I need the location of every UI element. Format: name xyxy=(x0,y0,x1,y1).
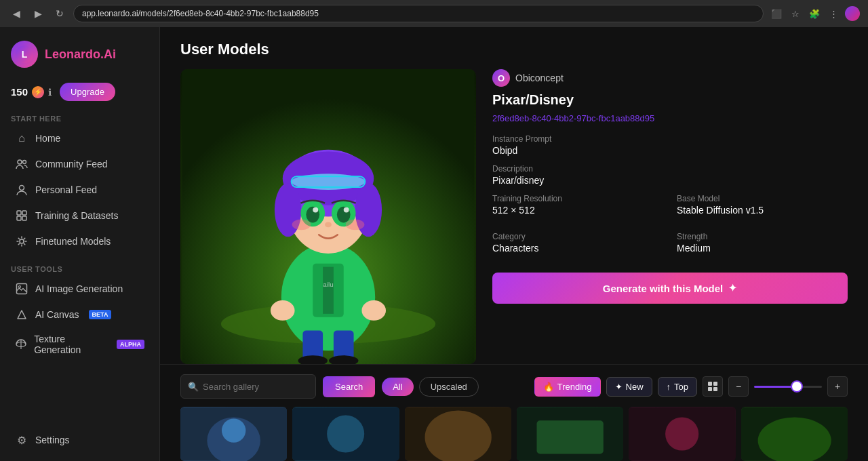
instance-prompt-label: Instance Prompt xyxy=(492,134,848,144)
community-icon xyxy=(15,157,28,171)
sidebar-item-personal-label: Personal Feed xyxy=(35,184,97,195)
svg-point-11 xyxy=(19,286,21,288)
logo-main: Leonardo xyxy=(45,47,100,61)
svg-point-4 xyxy=(20,186,24,191)
training-icon xyxy=(15,209,28,222)
home-icon: ⌂ xyxy=(15,132,28,145)
model-id: 2f6ed8eb-8c40-4bb2-97bc-fbc1aab88d95 xyxy=(492,113,848,123)
sidebar-item-ai-image-label: AI Image Generation xyxy=(35,283,123,294)
alpha-badge: ALPHA xyxy=(117,340,144,349)
author-avatar: O xyxy=(492,69,510,87)
svg-point-19 xyxy=(361,300,386,321)
sidebar-item-training[interactable]: Training & Datasets xyxy=(4,203,155,228)
svg-rect-17 xyxy=(323,267,334,314)
strength-row: Strength Medium xyxy=(677,232,848,254)
thumbnail-4[interactable] xyxy=(517,407,623,461)
thumbnail-6[interactable] xyxy=(741,407,848,461)
training-res-value: 512 × 512 xyxy=(492,205,663,216)
search-input[interactable] xyxy=(203,382,309,392)
svg-rect-6 xyxy=(22,211,26,215)
sidebar: L Leonardo.Ai 150 ⚡ ℹ Upgrade Start Here… xyxy=(0,27,160,461)
page-title: User Models xyxy=(180,41,848,58)
personal-icon xyxy=(15,183,28,197)
texture-icon xyxy=(15,338,27,351)
model-name: Pixar/Disney xyxy=(492,92,848,108)
description-value: Pixar/disney xyxy=(492,175,848,186)
gallery-controls: 🔍 Search All Upscaled 🔥 Trending ✦ New xyxy=(180,374,848,399)
instance-prompt-value: Obipd xyxy=(492,145,848,156)
sidebar-logo: L Leonardo.Ai xyxy=(0,35,159,79)
reload-button[interactable]: ↻ xyxy=(52,5,68,22)
grid-expand-button[interactable]: + xyxy=(827,376,848,397)
sort-top-button[interactable]: ↑ Top xyxy=(658,377,697,397)
generate-button[interactable]: Generate with this Model ✦ xyxy=(492,273,848,304)
svg-rect-8 xyxy=(22,216,26,220)
thumbnail-1[interactable] xyxy=(180,407,287,461)
extensions-icon: ⬛ xyxy=(769,6,784,21)
user-avatar xyxy=(845,6,860,21)
sidebar-item-finetuned-label: Finetuned Models xyxy=(35,236,111,247)
svg-rect-43 xyxy=(713,382,717,386)
svg-rect-44 xyxy=(708,387,712,391)
sort-trending-button[interactable]: 🔥 Trending xyxy=(534,377,601,397)
base-model-label: Base Model xyxy=(677,194,848,203)
sidebar-item-home-label: Home xyxy=(35,133,60,144)
svg-rect-42 xyxy=(708,382,712,386)
grid-collapse-button[interactable]: − xyxy=(728,376,749,397)
svg-point-38 xyxy=(346,219,365,230)
app-container: L Leonardo.Ai 150 ⚡ ℹ Upgrade Start Here… xyxy=(0,27,868,461)
thumbnail-5[interactable] xyxy=(629,407,735,461)
sidebar-item-ai-canvas[interactable]: AI Canvas BETA xyxy=(4,302,155,327)
svg-rect-7 xyxy=(17,216,21,220)
sort-new-button[interactable]: ✦ New xyxy=(606,377,652,397)
model-image-container: ailu xyxy=(180,69,476,364)
grid-size-slider[interactable] xyxy=(754,386,822,388)
forward-button[interactable]: ▶ xyxy=(30,5,46,22)
upgrade-button[interactable]: Upgrade xyxy=(60,83,115,101)
svg-point-56 xyxy=(665,417,698,450)
svg-point-37 xyxy=(292,219,311,230)
top-label: Top xyxy=(674,382,688,392)
thumbnail-2[interactable] xyxy=(292,407,399,461)
filter-all-button[interactable]: All xyxy=(382,378,413,396)
svg-text:L: L xyxy=(22,49,28,60)
section-label-start: Start Here xyxy=(0,109,159,125)
sidebar-item-home[interactable]: ⌂ Home xyxy=(4,125,155,151)
thumbnails-row xyxy=(180,407,848,461)
thumbnail-3[interactable] xyxy=(405,407,511,461)
sidebar-item-personal[interactable]: Personal Feed xyxy=(4,177,155,203)
search-icon: 🔍 xyxy=(188,382,199,392)
model-image: ailu xyxy=(180,69,476,364)
bookmark-icon: ☆ xyxy=(788,6,803,21)
sidebar-item-texture[interactable]: Texture Generation ALPHA xyxy=(4,327,155,361)
browser-chrome: ◀ ▶ ↻ app.leonardo.ai/models/2f6ed8eb-8c… xyxy=(0,0,868,27)
browser-actions: ⬛ ☆ 🧩 ⋮ xyxy=(769,6,860,21)
token-icon: ⚡ xyxy=(32,86,44,98)
model-details-grid: Training Resolution 512 × 512 Base Model… xyxy=(492,194,848,262)
training-res-row: Training Resolution 512 × 512 xyxy=(492,194,663,216)
svg-point-9 xyxy=(20,239,24,243)
token-count: 150 xyxy=(11,86,28,98)
tokens-section: 150 ⚡ ℹ Upgrade xyxy=(0,79,159,109)
filter-upscaled-button[interactable]: Upscaled xyxy=(419,377,479,397)
search-wrapper: 🔍 xyxy=(180,374,316,399)
sidebar-item-finetuned[interactable]: Finetuned Models xyxy=(4,228,155,254)
base-model-row: Base Model Stable Diffusion v1.5 xyxy=(677,194,848,216)
gallery-right-controls: 🔥 Trending ✦ New ↑ Top xyxy=(534,376,848,397)
category-label: Category xyxy=(492,232,663,241)
settings-icon: ⚙ xyxy=(15,433,28,447)
back-button[interactable]: ◀ xyxy=(8,5,24,22)
description-row: Description Pixar/disney xyxy=(492,164,848,186)
training-res-label: Training Resolution xyxy=(492,194,663,203)
sidebar-item-ai-image[interactable]: AI Image Generation xyxy=(4,276,155,302)
sidebar-item-settings[interactable]: ⚙ Settings xyxy=(4,427,155,453)
logo-avatar: L xyxy=(11,41,38,68)
grid-view-button[interactable] xyxy=(703,376,723,397)
category-row: Category Characters xyxy=(492,232,663,254)
search-button[interactable]: Search xyxy=(323,376,375,397)
url-bar[interactable]: app.leonardo.ai/models/2f6ed8eb-8c40-4bb… xyxy=(73,5,764,22)
sidebar-item-community[interactable]: Community Feed xyxy=(4,151,155,177)
svg-point-2 xyxy=(18,160,22,164)
base-model-value: Stable Diffusion v1.5 xyxy=(677,205,848,216)
sidebar-item-training-label: Training & Datasets xyxy=(35,210,118,221)
